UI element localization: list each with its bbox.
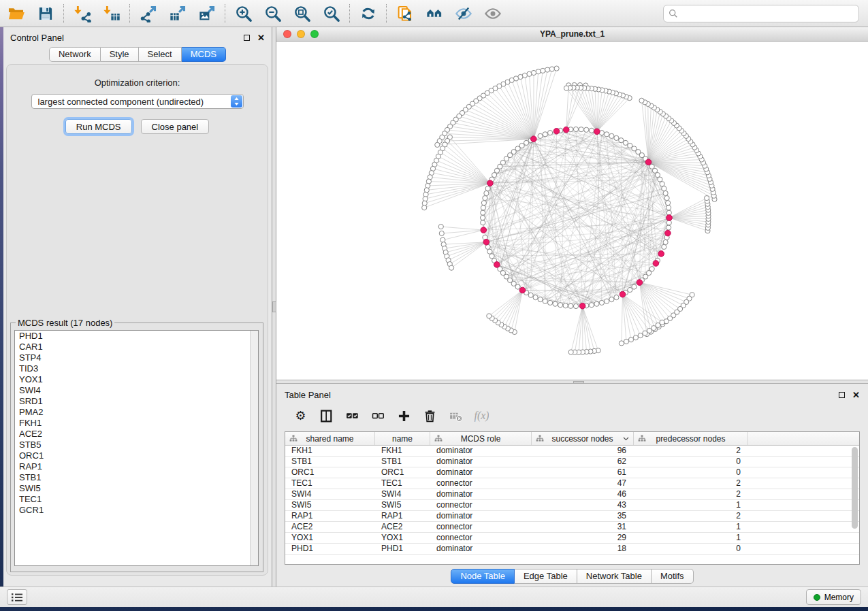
- cell-successor-nodes[interactable]: 35: [532, 511, 634, 521]
- run-mcds-button[interactable]: Run MCDS: [65, 119, 132, 134]
- cell-name[interactable]: PHD1: [375, 544, 430, 554]
- cell-shared-name[interactable]: ACE2: [285, 522, 375, 532]
- cell-shared-name[interactable]: PHD1: [285, 544, 375, 554]
- cell-successor-nodes[interactable]: 29: [532, 533, 634, 543]
- column-header-name[interactable]: name: [375, 432, 430, 445]
- cell-name[interactable]: YOX1: [375, 533, 430, 543]
- cell-MCDS-role[interactable]: connector: [430, 478, 532, 489]
- cell-successor-nodes[interactable]: 46: [532, 489, 634, 499]
- table-row-ACE2[interactable]: ACE2ACE2connector311: [285, 522, 859, 533]
- cell-shared-name[interactable]: ORC1: [285, 467, 375, 478]
- cell-shared-name[interactable]: YOX1: [285, 533, 375, 543]
- cell-successor-nodes[interactable]: 47: [532, 478, 634, 489]
- table-row-RAP1[interactable]: RAP1RAP1dominator352: [285, 511, 859, 522]
- close-panel-button[interactable]: Close panel: [141, 119, 210, 134]
- add-row-button[interactable]: [392, 406, 415, 426]
- cell-name[interactable]: STB1: [375, 457, 430, 467]
- mcds-result-node[interactable]: TEC1: [15, 494, 258, 505]
- table-row-YOX1[interactable]: YOX1YOX1connector291: [285, 533, 859, 544]
- table-row-PHD1[interactable]: PHD1PHD1dominator180: [285, 544, 859, 555]
- mcds-result-node[interactable]: TID3: [15, 363, 258, 374]
- zoom-fit-button[interactable]: [287, 2, 317, 25]
- cell-MCDS-role[interactable]: connector: [430, 533, 532, 543]
- cell-name[interactable]: ORC1: [375, 467, 430, 478]
- cell-predecessor-nodes[interactable]: 2: [634, 511, 748, 521]
- zoom-in-button[interactable]: [229, 2, 258, 25]
- cell-shared-name[interactable]: RAP1: [285, 511, 375, 521]
- cell-shared-name[interactable]: TEC1: [285, 478, 375, 489]
- import-table-button[interactable]: [97, 2, 126, 25]
- column-header-shared-name[interactable]: shared name: [285, 432, 375, 445]
- table-tab-edge-table[interactable]: Edge Table: [515, 569, 577, 584]
- column-layout-button[interactable]: [315, 406, 338, 426]
- cell-successor-nodes[interactable]: 62: [532, 457, 634, 467]
- cell-predecessor-nodes[interactable]: 0: [634, 544, 748, 554]
- first-neighbors-button[interactable]: [419, 2, 449, 25]
- open-file-button[interactable]: [1, 2, 31, 25]
- select-all-button[interactable]: [340, 406, 364, 426]
- cell-predecessor-nodes[interactable]: 2: [634, 489, 748, 499]
- column-header-MCDS-role[interactable]: MCDS role: [430, 432, 532, 445]
- mcds-result-node[interactable]: FKH1: [15, 418, 258, 429]
- mcds-result-node[interactable]: RAP1: [15, 461, 258, 472]
- tab-style[interactable]: Style: [101, 47, 139, 62]
- mcds-result-node[interactable]: ORC1: [15, 450, 258, 461]
- cell-name[interactable]: SWI4: [375, 489, 430, 499]
- refresh-view-button[interactable]: [353, 2, 383, 25]
- mcds-result-node[interactable]: ACE2: [15, 429, 258, 440]
- cell-predecessor-nodes[interactable]: 0: [634, 457, 748, 467]
- task-history-button[interactable]: [7, 589, 27, 605]
- mcds-result-node[interactable]: SWI4: [15, 385, 258, 396]
- cell-predecessor-nodes[interactable]: 1: [634, 500, 748, 510]
- table-tab-network-table[interactable]: Network Table: [577, 569, 652, 584]
- export-network-button[interactable]: [133, 2, 163, 25]
- float-panel-icon[interactable]: [244, 35, 250, 41]
- mcds-result-node[interactable]: SRD1: [15, 396, 258, 407]
- cell-MCDS-role[interactable]: dominator: [430, 446, 532, 456]
- cell-name[interactable]: SWI5: [375, 500, 430, 510]
- save-session-button[interactable]: [31, 2, 60, 25]
- mcds-result-node[interactable]: STP4: [15, 352, 258, 363]
- settings-button[interactable]: ⚙: [289, 406, 312, 426]
- delete-row-button[interactable]: [418, 406, 441, 426]
- table-row-FKH1[interactable]: FKH1FKH1dominator962: [285, 446, 859, 457]
- cell-predecessor-nodes[interactable]: 1: [634, 522, 748, 532]
- cell-MCDS-role[interactable]: dominator: [430, 489, 532, 499]
- cell-name[interactable]: ACE2: [375, 522, 430, 532]
- cell-shared-name[interactable]: SWI4: [285, 489, 375, 499]
- network-graph[interactable]: [276, 42, 868, 380]
- cell-MCDS-role[interactable]: dominator: [430, 544, 532, 554]
- tab-network[interactable]: Network: [49, 47, 101, 62]
- search-input[interactable]: [681, 9, 854, 19]
- tab-select[interactable]: Select: [139, 47, 182, 62]
- cell-successor-nodes[interactable]: 43: [532, 500, 634, 510]
- cell-MCDS-role[interactable]: connector: [430, 522, 532, 532]
- cell-successor-nodes[interactable]: 31: [532, 522, 634, 532]
- search-box[interactable]: [663, 5, 859, 22]
- cell-MCDS-role[interactable]: dominator: [430, 511, 532, 521]
- float-table-panel-icon[interactable]: [839, 392, 845, 398]
- mcds-result-list[interactable]: PHD1CAR1STP4TID3YOX1SWI4SRD1PMA2FKH1ACE2…: [14, 330, 259, 566]
- import-network-button[interactable]: [67, 2, 97, 25]
- table-row-SWI5[interactable]: SWI5SWI5connector431: [285, 500, 859, 511]
- zoom-selected-button[interactable]: [317, 2, 346, 25]
- mcds-result-node[interactable]: GCR1: [15, 505, 258, 516]
- network-canvas[interactable]: [276, 42, 868, 380]
- table-row-STB1[interactable]: STB1STB1dominator620: [285, 457, 859, 467]
- zoom-out-button[interactable]: [258, 2, 287, 25]
- mcds-result-node[interactable]: STB5: [15, 440, 258, 450]
- cell-shared-name[interactable]: SWI5: [285, 500, 375, 510]
- close-panel-icon[interactable]: ✕: [257, 33, 265, 42]
- table-tab-motifs[interactable]: Motifs: [652, 569, 694, 584]
- table-row-TEC1[interactable]: TEC1TEC1connector472: [285, 478, 859, 489]
- cell-name[interactable]: RAP1: [375, 511, 430, 521]
- memory-button[interactable]: Memory: [806, 589, 861, 605]
- table-scrollbar-thumb[interactable]: [852, 447, 858, 529]
- hide-graphics-details-button[interactable]: [449, 2, 478, 25]
- cell-successor-nodes[interactable]: 96: [532, 446, 634, 456]
- mcds-result-node[interactable]: YOX1: [15, 374, 258, 385]
- cell-successor-nodes[interactable]: 61: [532, 467, 634, 478]
- mcds-result-node[interactable]: PHD1: [15, 331, 258, 342]
- mcds-result-node[interactable]: CAR1: [15, 342, 258, 352]
- cell-predecessor-nodes[interactable]: 1: [634, 533, 748, 543]
